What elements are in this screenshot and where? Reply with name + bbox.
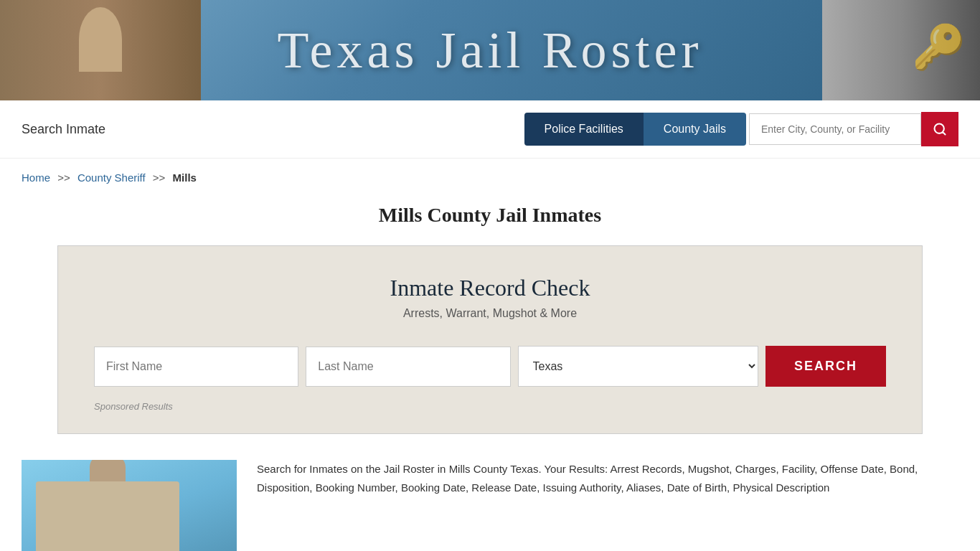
police-facilities-button[interactable]: Police Facilities <box>524 113 644 146</box>
search-icon <box>933 122 947 136</box>
record-check-subtitle: Arrests, Warrant, Mugshot & More <box>94 307 886 320</box>
breadcrumb-home[interactable]: Home <box>22 171 50 184</box>
record-check-title: Inmate Record Check <box>94 275 886 301</box>
record-check-box: Inmate Record Check Arrests, Warrant, Mu… <box>57 245 923 434</box>
breadcrumb-sep-1: >> <box>57 171 70 184</box>
nav-search-input[interactable] <box>749 113 921 145</box>
last-name-input[interactable] <box>306 347 510 387</box>
page-title-section: Mills County Jail Inmates <box>0 191 980 234</box>
nav-search-label: Search Inmate <box>22 122 105 137</box>
banner: Texas Jail Roster <box>0 0 980 100</box>
navbar: Search Inmate Police Facilities County J… <box>0 100 980 159</box>
breadcrumb-sep-2: >> <box>153 171 166 184</box>
first-name-input[interactable] <box>94 347 298 387</box>
banner-keys-image <box>822 0 980 100</box>
page-title: Mills County Jail Inmates <box>0 204 980 227</box>
nav-search-button[interactable] <box>921 112 958 146</box>
bottom-section: Search for Inmates on the Jail Roster in… <box>0 446 980 551</box>
bottom-description: Search for Inmates on the Jail Roster in… <box>237 460 958 496</box>
banner-capitol-image <box>0 0 201 100</box>
county-jails-button[interactable]: County Jails <box>644 113 746 146</box>
nav-search-box <box>749 112 958 146</box>
breadcrumb-county-sheriff[interactable]: County Sheriff <box>77 171 146 184</box>
record-check-form: AlabamaAlaskaArizonaArkansasCaliforniaCo… <box>94 346 886 387</box>
sponsored-results-label: Sponsored Results <box>94 401 886 412</box>
state-select[interactable]: AlabamaAlaskaArizonaArkansasCaliforniaCo… <box>518 346 759 387</box>
banner-title: Texas Jail Roster <box>278 21 703 80</box>
breadcrumb-current: Mills <box>173 171 197 184</box>
nav-buttons: Police Facilities County Jails <box>524 113 746 146</box>
record-search-button[interactable]: SEARCH <box>765 346 886 387</box>
breadcrumb: Home >> County Sheriff >> Mills <box>0 159 980 191</box>
bottom-building-image <box>22 460 237 551</box>
